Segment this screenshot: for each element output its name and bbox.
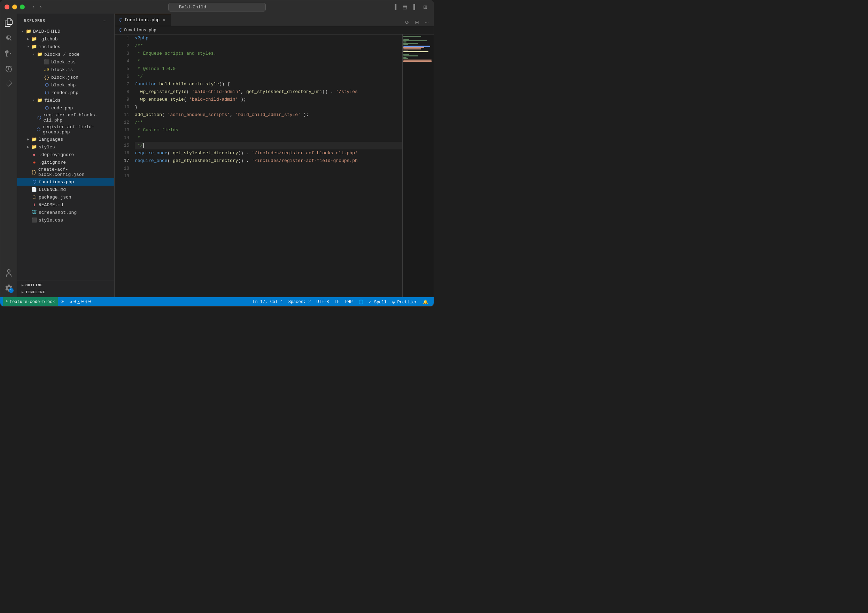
tab-functions-php[interactable]: ⬡ functions.php ✕ (115, 14, 171, 26)
tree-root[interactable]: ▾ 📁 BALD-CHILD (17, 28, 114, 35)
functions-php-label: functions.php (39, 180, 74, 184)
toggle-panel-button[interactable]: ⬒ (401, 3, 409, 11)
sidebar-item-readme-md[interactable]: ▶ ℹ README.md (17, 201, 114, 209)
nav-forward-button[interactable]: › (38, 3, 43, 11)
search-bar[interactable]: Bald-Child (168, 3, 266, 11)
screenshot-png-label: screenshot.png (39, 210, 77, 215)
register-acf-field-groups-label: register-acf-field-groups.php (43, 124, 112, 135)
fields-label: fields (44, 98, 60, 103)
screenshot-png-icon: 🖼 (31, 209, 37, 215)
search-activity-icon[interactable] (2, 32, 15, 44)
create-acf-label: create-acf-block.config.json (38, 167, 112, 177)
sidebar-item-screenshot-png[interactable]: ▶ 🖼 screenshot.png (17, 209, 114, 216)
breadcrumb-php-icon: ⬡ (119, 28, 122, 33)
sidebar-title: EXPLORER (24, 19, 45, 23)
sidebar-item-fields[interactable]: ▾ 📁 fields (17, 96, 114, 104)
gitignore-icon: ◈ (31, 159, 37, 166)
sidebar-item-block-css[interactable]: ▶ ⬛ block.css (17, 58, 114, 66)
sidebar-item-package-json[interactable]: ▶ ⬡ package.json (17, 193, 114, 201)
code-line-10: wp_enqueue_style( 'bald-child-admin' ); (135, 96, 402, 104)
source-control-activity-icon[interactable] (2, 47, 15, 60)
sidebar-item-render-php[interactable]: ▶ ⬡ render.php (17, 89, 114, 96)
branch-name: feature-code-block (10, 300, 55, 304)
close-button[interactable] (5, 5, 9, 9)
sidebar-item-deployignore[interactable]: ▶ ◆ .deployignore (17, 151, 114, 158)
sidebar-item-style-css[interactable]: ▶ ⬛ style.css (17, 216, 114, 224)
spell-label: ✓ Spell (369, 300, 387, 305)
customize-layout-button[interactable]: ⊞ (421, 3, 429, 11)
sidebar-item-create-acf-block-config[interactable]: ▶ {} create-acf-block.config.json (17, 166, 114, 178)
spaces-status[interactable]: Spaces: 2 (286, 300, 314, 304)
sidebar-item-includes[interactable]: ▾ 📁 includes (17, 43, 114, 51)
block-php-label: block.php (51, 82, 76, 88)
licence-md-label: LICENCE.md (39, 187, 66, 192)
functions-php-icon: ⬡ (31, 179, 37, 185)
language-label: PHP (345, 300, 353, 304)
code-php-label: code.php (51, 105, 73, 111)
tab-label: functions.php (124, 17, 160, 23)
code-line-18: require_once( get_stylesheet_directory()… (135, 149, 402, 157)
extensions-activity-icon[interactable] (2, 78, 15, 90)
toggle-secondary-sidebar-button[interactable]: ▌ (411, 3, 419, 11)
split-editor-button[interactable]: ⊞ (413, 19, 421, 26)
remote-icon-status[interactable]: 🌐 (356, 300, 366, 305)
toggle-primary-sidebar-button[interactable]: ▐ (391, 3, 398, 11)
open-editors-button[interactable]: ⟳ (403, 19, 411, 26)
sidebar-item-register-acf-field-groups[interactable]: ▶ ⬡ register-acf-field-groups.php (17, 124, 114, 135)
remote-icon: 🌐 (358, 300, 364, 305)
languages-arrow: ▶ (25, 137, 31, 141)
code-line-6: * @since 1.0.0 (135, 65, 402, 73)
sidebar-item-gitignore[interactable]: ▶ ◈ .gitignore (17, 158, 114, 166)
sidebar-item-register-acf-blocks-cli[interactable]: ▶ ⬡ register-acf-blocks-cli.php (17, 112, 114, 124)
minimize-button[interactable] (12, 5, 17, 9)
code-line-17: */ (135, 142, 402, 149)
account-activity-icon[interactable] (2, 266, 15, 279)
sidebar-item-block-js[interactable]: ▶ JS block.js (17, 66, 114, 73)
eol-status[interactable]: LF (332, 300, 343, 304)
explorer-activity-icon[interactable] (2, 16, 15, 29)
branch-status[interactable]: ⑂ feature-code-block (3, 297, 58, 306)
new-file-button[interactable]: ··· (102, 17, 107, 24)
sidebar-item-block-php[interactable]: ▶ ⬡ block.php (17, 81, 114, 89)
blocks-code-label: blocks / code (44, 52, 79, 57)
code-line-16: * (135, 134, 402, 142)
sidebar-item-styles[interactable]: ▶ 📁 styles (17, 143, 114, 151)
tab-close-button[interactable]: ✕ (162, 18, 166, 23)
nav-back-button[interactable]: ‹ (30, 3, 36, 11)
code-content[interactable]: <?php/** * Enqueue scripts and styles. *… (132, 34, 402, 297)
prettier-status[interactable]: ◎ Prettier (389, 300, 420, 305)
search-bar-wrapper: ⌕ Bald-Child (168, 3, 266, 11)
editor-area: ⬡ functions.php ✕ ⟳ ⊞ ··· ⬡ functions.ph… (115, 14, 434, 297)
breadcrumb-filename[interactable]: functions.php (124, 28, 157, 33)
sync-status[interactable]: ⟳ (58, 297, 67, 306)
encoding-status[interactable]: UTF-8 (313, 300, 332, 304)
settings-activity-icon[interactable]: 1 (2, 282, 15, 294)
sidebar-bottom: ▶ OUTLINE ▶ TIMELINE (17, 280, 114, 297)
maximize-button[interactable] (20, 5, 25, 9)
spell-status[interactable]: ✓ Spell (366, 300, 389, 305)
sidebar-item-functions-php[interactable]: ▶ ⬡ functions.php (17, 178, 114, 186)
sidebar-item-languages[interactable]: ▶ 📁 languages (17, 135, 114, 143)
sidebar-item-blocks-code[interactable]: ▾ 📁 blocks / code (17, 51, 114, 58)
notification-status[interactable]: 🔔 (420, 300, 431, 305)
code-line-7: */ (135, 73, 402, 80)
sidebar-item-block-json[interactable]: ▶ {} block.json (17, 73, 114, 81)
cursor-position-status[interactable]: Ln 17, Col 4 (250, 300, 285, 304)
language-status[interactable]: PHP (343, 300, 356, 304)
sidebar-item-github[interactable]: ▶ 📁 .github (17, 35, 114, 43)
minimap (402, 34, 434, 297)
code-php-icon: ⬡ (43, 105, 50, 111)
timeline-section-header[interactable]: ▶ TIMELINE (17, 289, 114, 296)
errors-status[interactable]: ⊘ 0 △ 0 ℹ 0 (67, 297, 94, 306)
styles-label: styles (39, 144, 55, 150)
prettier-label: ◎ Prettier (392, 300, 417, 305)
render-php-label: render.php (51, 90, 78, 96)
sidebar-item-code-php[interactable]: ▶ ⬡ code.php (17, 104, 114, 112)
more-actions-button[interactable]: ··· (423, 19, 431, 26)
deployignore-icon: ◆ (31, 152, 37, 158)
minimap-content (403, 34, 434, 64)
outline-section-header[interactable]: ▶ OUTLINE (17, 282, 114, 289)
sidebar-header: EXPLORER ··· (17, 14, 114, 28)
sidebar-item-licence-md[interactable]: ▶ 📄 LICENCE.md (17, 186, 114, 193)
run-debug-activity-icon[interactable] (2, 62, 15, 75)
